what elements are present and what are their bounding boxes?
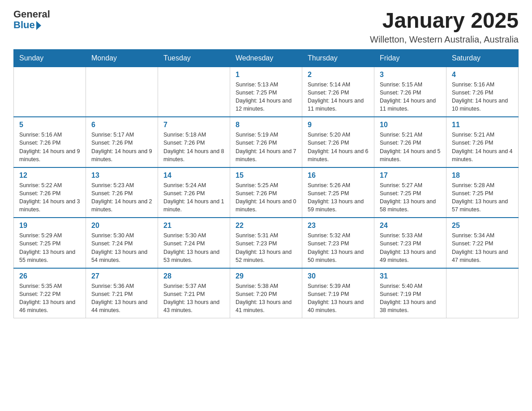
calendar-cell: 26Sunrise: 5:35 AM Sunset: 7:22 PM Dayli… [14, 268, 86, 318]
calendar-cell: 6Sunrise: 5:17 AM Sunset: 7:26 PM Daylig… [86, 117, 158, 167]
day-number: 20 [91, 222, 152, 230]
day-number: 25 [452, 222, 513, 230]
day-info: Sunrise: 5:19 AM Sunset: 7:26 PM Dayligh… [236, 131, 296, 163]
calendar-cell: 3Sunrise: 5:15 AM Sunset: 7:26 PM Daylig… [374, 67, 446, 117]
day-info: Sunrise: 5:16 AM Sunset: 7:26 PM Dayligh… [452, 81, 513, 113]
day-info: Sunrise: 5:24 AM Sunset: 7:26 PM Dayligh… [163, 181, 224, 214]
day-number: 4 [452, 71, 513, 79]
calendar-cell: 5Sunrise: 5:16 AM Sunset: 7:26 PM Daylig… [14, 117, 86, 167]
calendar-cell [446, 268, 519, 318]
calendar-cell: 17Sunrise: 5:27 AM Sunset: 7:25 PM Dayli… [374, 167, 446, 218]
day-info: Sunrise: 5:30 AM Sunset: 7:24 PM Dayligh… [163, 231, 224, 264]
day-number: 1 [236, 71, 296, 79]
day-info: Sunrise: 5:27 AM Sunset: 7:25 PM Dayligh… [380, 181, 441, 214]
calendar-cell: 7Sunrise: 5:18 AM Sunset: 7:26 PM Daylig… [158, 117, 230, 167]
title-area: January 2025 Willetton, Western Australi… [370, 9, 519, 45]
day-number: 3 [380, 71, 441, 79]
day-number: 26 [19, 272, 80, 280]
calendar-table: SundayMondayTuesdayWednesdayThursdayFrid… [13, 49, 519, 319]
month-title: January 2025 [370, 9, 519, 33]
day-number: 2 [308, 71, 369, 79]
day-info: Sunrise: 5:36 AM Sunset: 7:21 PM Dayligh… [91, 282, 152, 315]
calendar-cell: 1Sunrise: 5:13 AM Sunset: 7:25 PM Daylig… [230, 67, 302, 117]
calendar-header-row: SundayMondayTuesdayWednesdayThursdayFrid… [14, 49, 519, 67]
day-number: 18 [452, 171, 513, 180]
logo: General Blue [13, 9, 50, 30]
day-number: 17 [380, 171, 441, 180]
calendar-cell: 18Sunrise: 5:28 AM Sunset: 7:25 PM Dayli… [446, 167, 519, 218]
calendar-cell: 30Sunrise: 5:39 AM Sunset: 7:19 PM Dayli… [302, 268, 374, 318]
calendar-cell: 2Sunrise: 5:14 AM Sunset: 7:26 PM Daylig… [302, 67, 374, 117]
calendar-header-tuesday: Tuesday [158, 49, 230, 67]
calendar-cell: 10Sunrise: 5:21 AM Sunset: 7:26 PM Dayli… [374, 117, 446, 167]
calendar-cell: 4Sunrise: 5:16 AM Sunset: 7:26 PM Daylig… [446, 67, 519, 117]
calendar-week-row: 1Sunrise: 5:13 AM Sunset: 7:25 PM Daylig… [14, 67, 519, 117]
day-number: 8 [236, 121, 296, 129]
calendar-cell: 24Sunrise: 5:33 AM Sunset: 7:23 PM Dayli… [374, 218, 446, 268]
day-info: Sunrise: 5:34 AM Sunset: 7:22 PM Dayligh… [452, 231, 513, 264]
calendar-cell: 21Sunrise: 5:30 AM Sunset: 7:24 PM Dayli… [158, 218, 230, 268]
calendar-cell: 16Sunrise: 5:26 AM Sunset: 7:25 PM Dayli… [302, 167, 374, 218]
day-number: 15 [236, 171, 296, 180]
calendar-cell [14, 67, 86, 117]
day-info: Sunrise: 5:17 AM Sunset: 7:26 PM Dayligh… [91, 131, 152, 163]
calendar-header-wednesday: Wednesday [230, 49, 302, 67]
day-number: 6 [91, 121, 152, 129]
calendar-cell: 11Sunrise: 5:21 AM Sunset: 7:26 PM Dayli… [446, 117, 519, 167]
day-number: 9 [308, 121, 369, 129]
day-number: 21 [163, 222, 224, 230]
day-number: 19 [19, 222, 80, 230]
calendar-cell: 20Sunrise: 5:30 AM Sunset: 7:24 PM Dayli… [86, 218, 158, 268]
logo-general-text: General [13, 9, 50, 20]
day-info: Sunrise: 5:25 AM Sunset: 7:26 PM Dayligh… [236, 181, 296, 214]
calendar-header-monday: Monday [86, 49, 158, 67]
calendar-header-thursday: Thursday [302, 49, 374, 67]
calendar-cell: 19Sunrise: 5:29 AM Sunset: 7:25 PM Dayli… [14, 218, 86, 268]
calendar-week-row: 26Sunrise: 5:35 AM Sunset: 7:22 PM Dayli… [14, 268, 519, 318]
logo-arrow-icon [36, 21, 41, 30]
day-info: Sunrise: 5:15 AM Sunset: 7:26 PM Dayligh… [380, 81, 441, 113]
day-number: 23 [308, 222, 369, 230]
day-info: Sunrise: 5:39 AM Sunset: 7:19 PM Dayligh… [308, 282, 369, 315]
calendar-cell [158, 67, 230, 117]
day-number: 27 [91, 272, 152, 280]
calendar-cell: 15Sunrise: 5:25 AM Sunset: 7:26 PM Dayli… [230, 167, 302, 218]
calendar-week-row: 12Sunrise: 5:22 AM Sunset: 7:26 PM Dayli… [14, 167, 519, 218]
calendar-cell: 9Sunrise: 5:20 AM Sunset: 7:26 PM Daylig… [302, 117, 374, 167]
day-number: 11 [452, 121, 513, 129]
calendar-cell: 8Sunrise: 5:19 AM Sunset: 7:26 PM Daylig… [230, 117, 302, 167]
day-number: 7 [163, 121, 224, 129]
day-number: 22 [236, 222, 296, 230]
day-number: 30 [308, 272, 369, 280]
day-info: Sunrise: 5:22 AM Sunset: 7:26 PM Dayligh… [19, 181, 80, 214]
calendar-week-row: 5Sunrise: 5:16 AM Sunset: 7:26 PM Daylig… [14, 117, 519, 167]
day-info: Sunrise: 5:23 AM Sunset: 7:26 PM Dayligh… [91, 181, 152, 214]
day-number: 24 [380, 222, 441, 230]
logo-blue-text: Blue [13, 20, 35, 30]
day-info: Sunrise: 5:13 AM Sunset: 7:25 PM Dayligh… [236, 81, 296, 113]
calendar-header-saturday: Saturday [446, 49, 519, 67]
calendar-cell: 13Sunrise: 5:23 AM Sunset: 7:26 PM Dayli… [86, 167, 158, 218]
day-number: 16 [308, 171, 369, 180]
day-info: Sunrise: 5:28 AM Sunset: 7:25 PM Dayligh… [452, 181, 513, 214]
day-info: Sunrise: 5:32 AM Sunset: 7:23 PM Dayligh… [308, 231, 369, 264]
day-number: 31 [380, 272, 441, 280]
page-header: General Blue January 2025 Willetton, Wes… [13, 9, 519, 45]
calendar-cell: 31Sunrise: 5:40 AM Sunset: 7:19 PM Dayli… [374, 268, 446, 318]
day-info: Sunrise: 5:16 AM Sunset: 7:26 PM Dayligh… [19, 131, 80, 163]
calendar-cell: 12Sunrise: 5:22 AM Sunset: 7:26 PM Dayli… [14, 167, 86, 218]
day-info: Sunrise: 5:37 AM Sunset: 7:21 PM Dayligh… [163, 282, 224, 315]
day-number: 29 [236, 272, 296, 280]
day-info: Sunrise: 5:21 AM Sunset: 7:26 PM Dayligh… [380, 131, 441, 163]
day-info: Sunrise: 5:20 AM Sunset: 7:26 PM Dayligh… [308, 131, 369, 163]
day-number: 14 [163, 171, 224, 180]
day-number: 12 [19, 171, 80, 180]
day-info: Sunrise: 5:33 AM Sunset: 7:23 PM Dayligh… [380, 231, 441, 264]
day-info: Sunrise: 5:21 AM Sunset: 7:26 PM Dayligh… [452, 131, 513, 163]
calendar-cell: 25Sunrise: 5:34 AM Sunset: 7:22 PM Dayli… [446, 218, 519, 268]
day-number: 28 [163, 272, 224, 280]
day-info: Sunrise: 5:31 AM Sunset: 7:23 PM Dayligh… [236, 231, 296, 264]
day-info: Sunrise: 5:18 AM Sunset: 7:26 PM Dayligh… [163, 131, 224, 163]
calendar-cell: 23Sunrise: 5:32 AM Sunset: 7:23 PM Dayli… [302, 218, 374, 268]
day-info: Sunrise: 5:14 AM Sunset: 7:26 PM Dayligh… [308, 81, 369, 113]
